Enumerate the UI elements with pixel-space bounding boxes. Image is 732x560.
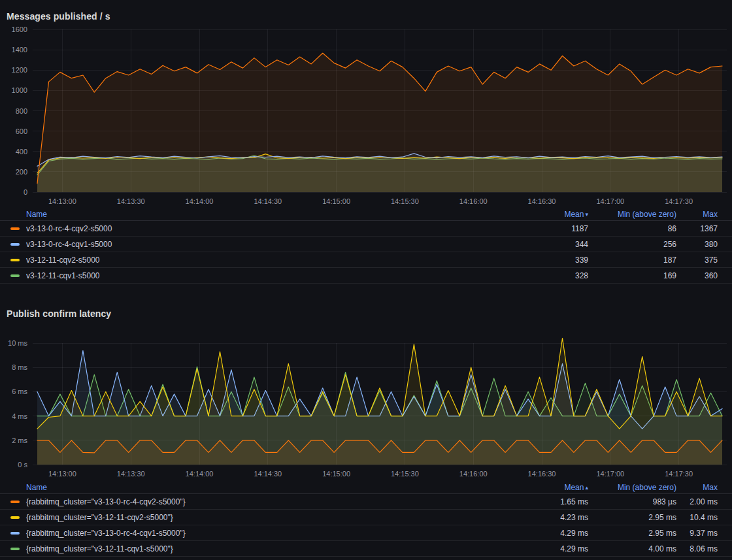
legend-column-name[interactable]: Name: [26, 210, 47, 219]
legend-column-name[interactable]: Name: [26, 483, 47, 492]
series-name: {rabbitmq_cluster="v3-12-11-cqv2-s5000"}: [26, 513, 173, 522]
x-axis-tick-label: 14:13:00: [48, 470, 76, 478]
y-axis-tick-label: 2 ms: [12, 436, 27, 444]
series-min-value: 169: [663, 271, 676, 280]
publish-confirm-latency-chart-plot[interactable]: 14:13:0014:13:3014:14:0014:14:3014:15:00…: [0, 317, 732, 482]
y-axis-tick-label: 400: [16, 148, 27, 156]
series-color-swatch: [10, 227, 20, 230]
y-axis-tick-label: 1200: [12, 66, 27, 74]
x-axis-tick-label: 14:15:00: [322, 470, 350, 478]
y-axis-tick-label: 10 ms: [8, 339, 27, 347]
sort-descending-icon: ▾: [585, 211, 588, 218]
series-max-value: 360: [705, 271, 718, 280]
legend-row[interactable]: {rabbitmq_cluster="v3-12-11-cqv2-s5000"}…: [0, 510, 732, 525]
series-min-value: 4.00 ms: [648, 544, 676, 553]
series-max-value: 2.00 ms: [690, 497, 718, 506]
series-min-value: 187: [663, 255, 676, 265]
legend-column-max[interactable]: Max: [703, 210, 718, 219]
series-name: {rabbitmq_cluster="v3-13-0-rc-4-cqv1-s50…: [26, 529, 186, 538]
series-name: v3-12-11-cqv2-s5000: [26, 255, 100, 265]
legend-row[interactable]: {rabbitmq_cluster="v3-13-0-rc-4-cqv1-s50…: [0, 525, 732, 541]
x-axis-tick-label: 14:14:00: [186, 470, 214, 478]
messages-published-legend: Name Mean▾ Min (above zero) Max v3-13-0-…: [0, 208, 732, 284]
legend-row[interactable]: v3-13-0-rc-4-cqv2-s50001187861367: [0, 221, 732, 237]
legend-column-max[interactable]: Max: [703, 483, 718, 492]
series-color-swatch: [10, 259, 20, 261]
x-axis-tick-label: 14:17:00: [596, 197, 624, 205]
x-axis-tick-label: 14:17:30: [665, 197, 693, 205]
series-mean-value: 4.29 ms: [560, 529, 588, 538]
series-mean-value: 344: [575, 240, 588, 249]
x-axis-tick-label: 14:13:30: [117, 197, 145, 205]
x-axis-tick-label: 14:13:00: [48, 197, 76, 205]
y-axis-tick-label: 0: [24, 188, 27, 196]
x-axis-tick-label: 14:17:00: [596, 470, 624, 478]
legend-row[interactable]: v3-12-11-cqv1-s5000328169360: [0, 268, 732, 284]
series-name: v3-13-0-rc-4-cqv1-s5000: [26, 240, 112, 249]
series-color-swatch: [10, 548, 20, 550]
sort-ascending-icon: ▴: [585, 484, 588, 491]
series-color-swatch: [10, 516, 20, 519]
series-name: v3-13-0-rc-4-cqv2-s5000: [26, 224, 112, 233]
y-axis-tick-label: 600: [16, 127, 27, 135]
legend-row[interactable]: v3-13-0-rc-4-cqv1-s5000344256380: [0, 237, 732, 252]
x-axis-tick-label: 14:16:30: [528, 470, 556, 478]
legend-column-min[interactable]: Min (above zero): [618, 210, 676, 219]
series-mean-value: 1.65 ms: [560, 497, 588, 506]
y-axis-tick-label: 6 ms: [12, 387, 27, 395]
y-axis-tick-label: 800: [16, 107, 27, 115]
legend-header: Name Mean▾ Min (above zero) Max: [0, 208, 732, 221]
series-max-value: 375: [705, 255, 718, 265]
x-axis-tick-label: 14:16:30: [528, 197, 556, 205]
series-color-swatch: [10, 243, 20, 246]
series-max-value: 380: [705, 240, 718, 249]
legend-row[interactable]: v3-12-11-cqv2-s5000339187375: [0, 252, 732, 268]
y-axis-tick-label: 1600: [12, 25, 27, 33]
series-mean-value: 4.23 ms: [560, 513, 588, 522]
x-axis-tick-label: 14:14:00: [186, 197, 214, 205]
x-axis-tick-label: 14:15:30: [391, 197, 419, 205]
x-axis-tick-label: 14:16:00: [459, 470, 488, 478]
series-name: {rabbitmq_cluster="v3-12-11-cqv1-s5000"}: [26, 544, 173, 553]
series-color-swatch: [10, 532, 20, 535]
x-axis-tick-label: 14:17:30: [665, 470, 693, 478]
y-axis-tick-label: 8 ms: [12, 363, 27, 371]
messages-published-chart-plot[interactable]: 14:13:0014:13:3014:14:0014:14:3014:15:00…: [0, 0, 732, 209]
series-mean-value: 339: [575, 255, 588, 265]
x-axis-tick-label: 14:13:30: [117, 470, 145, 478]
legend-column-mean[interactable]: Mean▴: [564, 483, 588, 492]
series-max-value: 10.4 ms: [690, 513, 718, 522]
x-axis-tick-label: 14:15:30: [391, 470, 419, 478]
x-axis-tick-label: 14:16:00: [459, 197, 488, 205]
legend-row[interactable]: {rabbitmq_cluster="v3-12-11-cqv1-s5000"}…: [0, 541, 732, 557]
x-axis-tick-label: 14:14:30: [254, 197, 282, 205]
series-mean-value: 4.29 ms: [560, 544, 588, 553]
series-color-swatch: [10, 274, 20, 277]
legend-header: Name Mean▴ Min (above zero) Max: [0, 481, 732, 494]
series-area-fill: [37, 53, 722, 192]
series-mean-value: 1187: [571, 224, 588, 233]
y-axis-tick-label: 4 ms: [12, 412, 27, 420]
legend-row[interactable]: {rabbitmq_cluster="v3-13-0-rc-4-cqv2-s50…: [0, 494, 732, 510]
series-min-value: 983 µs: [653, 497, 676, 506]
series-mean-value: 328: [575, 271, 588, 280]
series-min-value: 2.95 ms: [648, 513, 676, 522]
y-axis-tick-label: 1400: [12, 46, 27, 54]
series-name: v3-12-11-cqv1-s5000: [26, 271, 100, 280]
series-max-value: 8.06 ms: [690, 544, 718, 553]
x-axis-tick-label: 14:14:30: [254, 470, 282, 478]
x-axis-tick-label: 14:15:00: [322, 197, 350, 205]
series-max-value: 1367: [700, 224, 718, 233]
series-name: {rabbitmq_cluster="v3-13-0-rc-4-cqv2-s50…: [26, 497, 186, 506]
publish-confirm-latency-legend: Name Mean▴ Min (above zero) Max {rabbitm…: [0, 481, 732, 557]
y-axis-tick-label: 1000: [12, 86, 27, 94]
y-axis-tick-label: 200: [16, 168, 27, 176]
legend-column-mean[interactable]: Mean▾: [564, 210, 588, 219]
series-color-swatch: [10, 501, 20, 503]
series-min-value: 256: [663, 240, 676, 249]
series-min-value: 86: [668, 224, 676, 233]
y-axis-tick-label: 0 s: [18, 461, 27, 469]
series-min-value: 2.95 ms: [648, 529, 676, 538]
legend-column-min[interactable]: Min (above zero): [618, 483, 676, 492]
series-max-value: 9.37 ms: [690, 529, 718, 538]
